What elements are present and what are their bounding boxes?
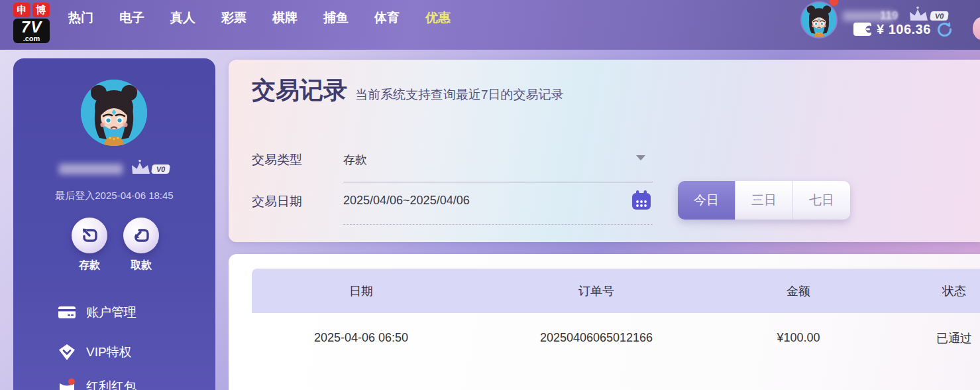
top-header: 申 博 7V .com 热门 电子 真人 彩票 棋牌 捕鱼 体育 优惠 119 (0, 0, 980, 50)
nav-item-fishing[interactable]: 捕鱼 (323, 9, 349, 27)
cell-amount: ¥100.00 (777, 313, 820, 363)
notification-dot (830, 0, 838, 6)
sidebar-user-row: V0 (13, 159, 215, 179)
nav-item-slots[interactable]: 电子 (119, 9, 144, 27)
sidebar: V0 最后登入2025-04-06 18:45 存款 (13, 58, 215, 390)
column-header-date: 日期 (349, 269, 373, 313)
brand-badge-1: 申 (13, 3, 30, 17)
transaction-type-value[interactable]: 存款 (343, 152, 367, 168)
cell-status: 已通过 (936, 313, 972, 363)
page-subtitle: 当前系统支持查询最近7日的交易记录 (355, 86, 564, 107)
brand-badge-2: 博 (32, 3, 50, 17)
brand-badges: 申 博 (13, 3, 53, 17)
type-field-underline (343, 182, 653, 182)
sidebar-avatar[interactable] (81, 80, 147, 146)
column-header-order: 订单号 (578, 269, 614, 313)
date-field-underline (343, 224, 653, 225)
nav-item-lottery[interactable]: 彩票 (221, 9, 246, 27)
date-range-button-group: 今日 三日 七日 (678, 181, 850, 220)
column-header-status: 状态 (942, 269, 966, 313)
avatar-image-icon (81, 80, 147, 146)
username-blurred (59, 164, 123, 174)
transaction-date-value[interactable]: 2025/04/06~2025/04/06 (343, 194, 470, 208)
page: 申 博 7V .com 热门 电子 真人 彩票 棋牌 捕鱼 体育 优惠 119 (0, 0, 980, 390)
sidebar-item-label: 红利红包 (86, 378, 136, 390)
nav-item-chess[interactable]: 棋牌 (272, 9, 298, 27)
transaction-type-label: 交易类型 (252, 151, 302, 168)
withdraw-circle[interactable] (123, 218, 159, 253)
vip-level-badge: V0 (151, 164, 170, 174)
main-nav: 热门 电子 真人 彩票 棋牌 捕鱼 体育 优惠 (68, 9, 451, 27)
deposit-circle[interactable] (72, 218, 107, 253)
topbar-avatar[interactable] (800, 1, 838, 38)
withdraw-arrow-icon (131, 226, 151, 245)
topbar-balance-row: ¥ 106.36 (853, 20, 953, 38)
panel-title-row: 交易记录 当前系统支持查询最近7日的交易记录 (252, 74, 564, 107)
bank-card-icon (58, 304, 76, 320)
cell-order: 20250406065012166 (540, 313, 653, 363)
brand-name-block: 7V .com (13, 19, 50, 43)
balance-amount: ¥ 106.36 (877, 22, 931, 37)
partial-floating-button[interactable] (973, 17, 980, 40)
vip-level-badge: V0 (930, 11, 949, 21)
vip-crown[interactable]: V0 (129, 159, 170, 179)
range-today-button[interactable]: 今日 (678, 181, 735, 220)
last-login-text: 最后登入2025-04-06 18:45 (13, 190, 215, 202)
refresh-icon[interactable] (936, 21, 953, 38)
cell-date: 2025-04-06 06:50 (314, 313, 408, 363)
brand-logo[interactable]: 申 博 7V .com (13, 3, 53, 46)
wallet-icon (853, 22, 872, 36)
deposit-label: 存款 (63, 259, 116, 273)
sidebar-item-label: 账户管理 (86, 304, 136, 321)
sidebar-item-vip[interactable]: VIP特权 (58, 344, 132, 361)
withdraw-button[interactable]: 取款 (115, 218, 168, 273)
table-header: 日期 订单号 金额 状态 (252, 269, 980, 313)
deposit-button[interactable]: 存款 (63, 218, 116, 273)
column-header-amount: 金额 (787, 269, 810, 313)
range-7day-button[interactable]: 七日 (792, 181, 850, 220)
red-packet-icon (58, 378, 76, 390)
brand-tld: .com (13, 35, 50, 42)
nav-item-promos[interactable]: 优惠 (425, 9, 451, 27)
diamond-icon (58, 344, 76, 361)
page-title: 交易记录 (252, 74, 347, 107)
sidebar-item-bonus[interactable]: 红利红包 (58, 378, 136, 390)
chevron-down-icon[interactable] (636, 155, 645, 161)
sidebar-item-label: VIP特权 (86, 344, 132, 361)
transaction-filter-panel: 交易记录 当前系统支持查询最近7日的交易记录 交易类型 存款 交易日期 2025… (229, 60, 980, 242)
calendar-icon[interactable] (631, 190, 652, 211)
transaction-table-panel: 日期 订单号 金额 状态 2025-04-06 06:50 2025040606… (229, 254, 980, 390)
nav-item-live[interactable]: 真人 (170, 9, 195, 27)
brand-name: 7V (13, 19, 50, 35)
table-row[interactable]: 2025-04-06 06:50 20250406065012166 ¥100.… (252, 313, 980, 363)
sidebar-item-account[interactable]: 账户管理 (58, 304, 136, 321)
avatar-image-icon (802, 3, 836, 37)
deposit-arrow-icon (80, 226, 99, 245)
range-3day-button[interactable]: 三日 (735, 181, 792, 220)
transaction-date-label: 交易日期 (252, 193, 302, 210)
nav-item-sports[interactable]: 体育 (374, 9, 400, 27)
nav-item-hot[interactable]: 热门 (68, 9, 93, 27)
withdraw-label: 取款 (115, 259, 168, 273)
